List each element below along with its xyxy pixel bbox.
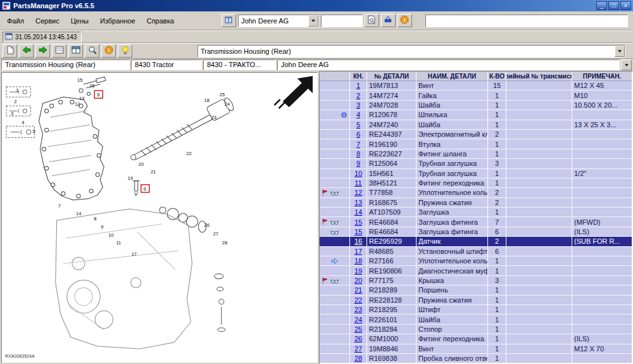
header-serial[interactable]: Серийный № трансмиссии bbox=[506, 72, 572, 81]
table-row[interactable]: 18R27166Уплотнительное кольцо1 bbox=[320, 256, 632, 266]
menu-item-prices[interactable]: Цены bbox=[65, 15, 94, 27]
header-quantity[interactable]: К-ВО bbox=[488, 72, 506, 81]
close-button[interactable]: × bbox=[620, 1, 631, 10]
item-number-link[interactable]: 1 bbox=[356, 82, 360, 89]
table-row[interactable]: 13R168675Пружина сжатия2 bbox=[320, 198, 632, 208]
item-number-link[interactable]: 3 bbox=[356, 101, 360, 109]
breadcrumb-section[interactable]: Transmission Housing (Rear) bbox=[1, 60, 130, 70]
page-button[interactable] bbox=[3, 44, 17, 58]
table-row[interactable]: 6RE244397Электромагнитный клапан2 bbox=[320, 130, 632, 139]
item-number-link[interactable]: 28 bbox=[354, 355, 362, 362]
table-row[interactable]: 17R48685Установочный штифт6 bbox=[320, 247, 632, 256]
item-number-link[interactable]: 18 bbox=[354, 257, 362, 265]
diagram-callout[interactable]: 24 bbox=[225, 101, 230, 107]
table-row[interactable]: 1015H561Трубная заглушка11/2" bbox=[320, 169, 632, 179]
item-number-link[interactable]: 25 bbox=[354, 325, 362, 333]
table-row[interactable]: 15RE46684Заглушка фитинга6(ILS) bbox=[320, 227, 632, 237]
table-row[interactable]: 7R196190Втулка1 bbox=[320, 139, 632, 149]
diagram-callout[interactable]: 21 bbox=[151, 169, 156, 175]
diagram-canvas[interactable]: RXA0083524A 1516613121234525182423222120… bbox=[1, 72, 318, 363]
item-number-link[interactable]: 8 bbox=[356, 150, 360, 158]
diagram-callout[interactable]: 18 bbox=[204, 97, 210, 103]
item-number-link[interactable]: 20 bbox=[354, 277, 362, 284]
search-input[interactable] bbox=[321, 15, 363, 27]
diagram-callout[interactable]: 7 bbox=[58, 203, 61, 209]
section-combo[interactable]: Transmission Housing (Rear) bbox=[197, 45, 625, 58]
list-button[interactable] bbox=[52, 44, 66, 58]
table-row[interactable]: 22RE228128Пружина сжатия1 bbox=[320, 296, 632, 305]
breadcrumb-dealer[interactable]: John Deere AG bbox=[277, 60, 620, 70]
item-number-link[interactable]: 5 bbox=[356, 121, 360, 129]
diagram-callout[interactable]: 1 bbox=[16, 87, 18, 93]
table-row[interactable]: 15RE46684Заглушка фитинга7(MFWD) bbox=[320, 217, 632, 227]
table-row[interactable]: 324M7028Шайба110.500 X 20... bbox=[320, 101, 632, 110]
glasses-icon[interactable] bbox=[330, 228, 339, 236]
table-row[interactable]: 21R218289Поршень1 bbox=[320, 286, 632, 295]
diagram-callout[interactable]: 6 bbox=[144, 186, 146, 192]
glasses-icon[interactable] bbox=[330, 218, 339, 226]
table-row[interactable]: 12T77858Уплотнительное кольцо2 bbox=[320, 188, 632, 198]
item-number-link[interactable]: 10 bbox=[354, 170, 362, 177]
table-row[interactable]: 8RE223627Фитинг шланга1 bbox=[320, 149, 632, 159]
diagram-callout[interactable]: 11 bbox=[116, 240, 121, 246]
flag-icon[interactable] bbox=[320, 218, 330, 226]
table-row[interactable]: 24R226101Шайба1 bbox=[320, 315, 632, 324]
flag-icon[interactable] bbox=[320, 277, 330, 285]
diagram-callout[interactable]: 12 bbox=[75, 101, 80, 107]
item-number-link[interactable]: 2 bbox=[356, 92, 360, 99]
menu-item-file[interactable]: Файл bbox=[1, 15, 30, 27]
dealer-combo[interactable]: John Deere AG bbox=[238, 15, 319, 27]
menu-item-favorites[interactable]: Избранное bbox=[94, 15, 141, 27]
diagram-callout[interactable]: 6 bbox=[97, 92, 99, 97]
diagram-callout[interactable]: 27 bbox=[213, 231, 218, 237]
table-row[interactable]: 20R77175Крышка3 bbox=[320, 276, 632, 286]
back-button[interactable] bbox=[19, 44, 34, 58]
item-number-link[interactable]: 19 bbox=[354, 267, 362, 275]
bulb-button[interactable] bbox=[118, 44, 132, 58]
catalog-button[interactable] bbox=[222, 14, 236, 27]
diagram-callout[interactable]: 5 bbox=[32, 129, 35, 134]
table-row[interactable]: 524M7240Шайба113 X 25 X 3... bbox=[320, 120, 632, 130]
maximize-button[interactable]: □ bbox=[608, 1, 619, 10]
item-number-link[interactable]: 26 bbox=[354, 335, 362, 342]
chevron-down-icon[interactable] bbox=[308, 15, 318, 27]
diagram-callout[interactable]: 8 bbox=[94, 216, 96, 222]
forward-button[interactable] bbox=[35, 44, 50, 58]
item-number-link[interactable]: 14 bbox=[354, 208, 362, 216]
item-number-link[interactable]: 22 bbox=[354, 296, 362, 304]
diagram-callout[interactable]: 20 bbox=[139, 161, 144, 167]
alert-button[interactable]: ! bbox=[101, 44, 116, 58]
item-number-link[interactable]: 4 bbox=[356, 111, 360, 118]
table-row[interactable]: 214M7274Гайка1M10 bbox=[320, 91, 632, 100]
table-row[interactable]: 119M7813Винт15M12 X 45 bbox=[320, 81, 632, 91]
item-number-link[interactable]: 17 bbox=[354, 248, 362, 255]
item-number-link[interactable]: 21 bbox=[354, 286, 362, 294]
item-number-link[interactable]: 27 bbox=[354, 345, 362, 353]
diagram-callout[interactable]: 2 bbox=[14, 99, 16, 104]
menu-item-service[interactable]: Сервис bbox=[30, 15, 65, 27]
diagram-callout[interactable]: 25 bbox=[220, 92, 225, 97]
diagram-callout[interactable]: 9 bbox=[101, 224, 103, 230]
item-number-link[interactable]: 6 bbox=[356, 130, 360, 138]
diagram-callout[interactable]: 10 bbox=[108, 232, 113, 238]
item-number-link[interactable]: 13 bbox=[354, 199, 362, 206]
table-row[interactable]: 4R120678Шпилька1 bbox=[320, 110, 632, 120]
flower-icon[interactable] bbox=[339, 111, 349, 119]
breadcrumb-model[interactable]: 8430 Tractor bbox=[131, 60, 202, 70]
diagram-callout[interactable]: 4 bbox=[22, 120, 24, 125]
flag-icon[interactable] bbox=[320, 189, 330, 197]
diagram-callout[interactable]: 19 bbox=[128, 175, 133, 181]
item-number-link[interactable]: 23 bbox=[354, 306, 362, 313]
item-number-link[interactable]: 12 bbox=[354, 189, 362, 196]
table-row[interactable]: 23R218295Штифт1 bbox=[320, 305, 632, 315]
table-row[interactable]: 25R218284Стопор1 bbox=[320, 325, 632, 334]
item-number-link[interactable]: 16 bbox=[354, 237, 362, 245]
table-row[interactable]: 28R169838Пробка сливного отверстия1 bbox=[320, 354, 632, 363]
table-row[interactable]: 19RE190806Диагностическая муфта1 bbox=[320, 266, 632, 275]
command-field[interactable] bbox=[425, 15, 628, 27]
header-part-number[interactable]: № ДЕТАЛИ bbox=[367, 72, 417, 81]
alert-button[interactable]: ! bbox=[398, 14, 412, 27]
binoculars-button[interactable] bbox=[381, 14, 396, 27]
table-row[interactable]: 1138H5121Фитинг переходника1 bbox=[320, 179, 632, 188]
diagram-callout[interactable]: 3 bbox=[11, 111, 13, 116]
